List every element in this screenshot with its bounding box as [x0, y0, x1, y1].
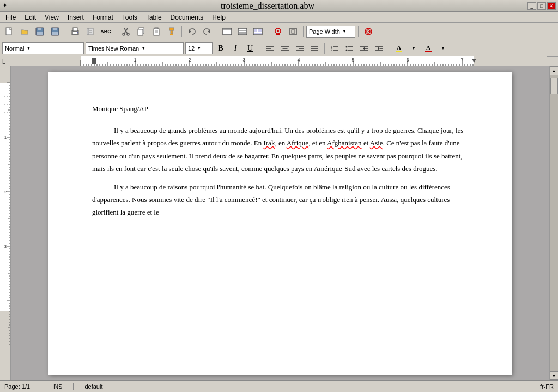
svg-point-42	[277, 30, 279, 32]
ins-indicator: INS	[52, 383, 62, 390]
align-right-button[interactable]	[293, 42, 306, 54]
font-dropdown[interactable]: Times New Roman ▼	[86, 42, 184, 54]
sep3	[181, 26, 182, 37]
svg-point-65	[346, 46, 348, 47]
titlebar-title: troisieme_dissertation.abw	[221, 1, 314, 11]
decrease-indent-button[interactable]	[357, 42, 371, 54]
target-button[interactable]	[361, 25, 375, 38]
normal-view-button[interactable]	[220, 25, 234, 38]
new-button[interactable]	[2, 25, 16, 38]
left-ruler	[0, 66, 11, 380]
maximize-button[interactable]: □	[537, 2, 546, 10]
menu-file[interactable]: File	[1, 13, 20, 22]
undo-button[interactable]	[185, 25, 199, 38]
print-button[interactable]	[68, 25, 82, 38]
svg-text:+: +	[56, 32, 58, 36]
scroll-down-button[interactable]: ▼	[550, 371, 559, 380]
review-button[interactable]	[271, 25, 285, 38]
justify-button[interactable]	[308, 42, 321, 54]
titlebar-controls: _ □ ✕	[527, 2, 556, 10]
app-icon: ✦	[2, 2, 8, 10]
paragraph-style-dropdown[interactable]: Normal ▼	[2, 42, 84, 54]
sep6	[303, 26, 304, 37]
ruler: L	[0, 57, 558, 66]
font-color-button[interactable]: A	[422, 42, 435, 54]
underline-button[interactable]: U	[244, 42, 257, 54]
close-button[interactable]: ✕	[547, 2, 556, 10]
paste-button[interactable]	[149, 25, 163, 38]
toolbar2: Normal ▼ Times New Roman ▼ 12 ▼ B I U 12…	[0, 40, 558, 57]
scroll-thumb[interactable]	[550, 78, 558, 94]
align-left-button[interactable]	[264, 42, 277, 54]
svg-rect-10	[73, 32, 77, 34]
page-width-label: Page Width	[309, 28, 340, 35]
svg-rect-23	[154, 29, 159, 35]
paragraph-style-value: Normal	[5, 45, 24, 52]
scroll-up-button[interactable]: ▲	[550, 66, 559, 75]
copy-button[interactable]	[134, 25, 148, 38]
save-as-button[interactable]: +	[48, 25, 62, 38]
format-paint-button[interactable]	[165, 25, 179, 38]
svg-marker-30	[208, 30, 210, 33]
italic-button[interactable]: I	[229, 42, 242, 54]
svg-text:2: 2	[331, 48, 332, 51]
menu-format[interactable]: Format	[88, 13, 118, 22]
word-asie: Asie	[370, 139, 383, 147]
locale-indicator: fr-FR	[540, 383, 554, 390]
bold-button[interactable]: B	[214, 42, 227, 54]
minimize-button[interactable]: _	[527, 2, 536, 10]
font-color-a: A	[426, 45, 430, 51]
menu-edit[interactable]: Edit	[20, 13, 40, 22]
svg-rect-27	[171, 30, 173, 34]
frame-button[interactable]	[286, 25, 300, 38]
numbered-list-button[interactable]: 12	[328, 42, 341, 54]
main-area: Monique Spang/AP Il y a beaucoup de gran…	[0, 66, 558, 380]
statusbar: Page: 1/1 INS default fr-FR	[0, 380, 558, 392]
cut-button[interactable]	[119, 25, 133, 38]
word-afrique: Afrique	[287, 139, 308, 147]
menu-documents[interactable]: Documents	[166, 13, 208, 22]
highlight-color-button[interactable]: A	[392, 42, 405, 54]
font-size-dropdown[interactable]: 12 ▼	[185, 42, 213, 54]
paragraph-2[interactable]: Il y a beaucoup de raisons pourquoi l'hu…	[92, 181, 468, 219]
content-area[interactable]: Monique Spang/AP Il y a beaucoup de gran…	[11, 66, 549, 380]
svg-rect-26	[169, 28, 174, 30]
fmt-sep1	[260, 43, 260, 54]
increase-indent-button[interactable]	[372, 42, 385, 54]
open-button[interactable]	[17, 25, 32, 38]
font-color-dropdown[interactable]: ▼	[436, 42, 450, 54]
sep4	[217, 26, 217, 37]
page-width-arrow: ▼	[342, 29, 347, 34]
spell-check-button[interactable]: ABC	[99, 25, 113, 38]
print-preview-button[interactable]	[83, 25, 98, 38]
svg-rect-5	[53, 28, 57, 30]
paragraph-1[interactable]: Il y a beaucoup de grands problèmes au m…	[92, 124, 468, 175]
highlight-dropdown[interactable]: ▼	[407, 42, 420, 54]
word-afghanistan: Afghanistan	[327, 139, 362, 147]
svg-marker-73	[378, 47, 380, 50]
save-button[interactable]	[33, 25, 47, 38]
svg-marker-69	[363, 47, 365, 50]
outline-view-button[interactable]	[235, 25, 250, 38]
page-width-dropdown[interactable]: Page Width ▼	[306, 26, 355, 38]
document-page: Monique Spang/AP Il y a beaucoup de gran…	[48, 72, 512, 375]
align-center-button[interactable]	[278, 42, 292, 54]
menu-insert[interactable]: Insert	[63, 13, 88, 22]
spell-check-icon: ABC	[100, 29, 111, 34]
sep7	[358, 26, 359, 37]
menu-table[interactable]: Table	[142, 13, 166, 22]
redo-button[interactable]	[200, 25, 214, 38]
bullet-list-button[interactable]	[343, 42, 356, 54]
web-view-button[interactable]	[251, 25, 265, 38]
menu-view[interactable]: View	[40, 13, 63, 22]
menu-help[interactable]: Help	[208, 13, 230, 22]
svg-point-18	[123, 33, 125, 35]
scroll-track[interactable]	[550, 75, 559, 371]
page-width-selector[interactable]: Page Width ▼	[306, 26, 355, 38]
svg-rect-31	[223, 28, 232, 35]
page-indicator: Page: 1/1	[4, 383, 30, 390]
svg-rect-43	[276, 34, 280, 35]
font-value: Times New Roman	[88, 45, 139, 52]
menu-tools[interactable]: Tools	[118, 13, 142, 22]
svg-rect-39	[258, 29, 262, 32]
